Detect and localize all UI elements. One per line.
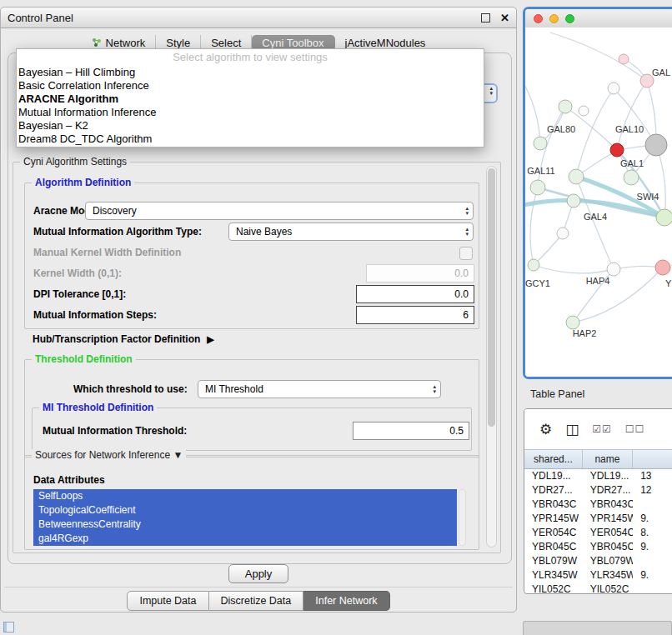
network-window-titlebar [525,9,672,28]
manual-kernel-checkbox[interactable] [459,247,473,260]
node-label: GAL4 [584,212,607,222]
network-node[interactable] [656,209,672,226]
mi-steps-field[interactable] [356,306,474,324]
network-canvas-area[interactable]: GALGAL80GAL10GAL11GAL1SWI4GAL4GCY1HAP4YH… [525,28,672,377]
network-node[interactable] [557,228,569,239]
bottom-tab-impute-data[interactable]: Impute Data [127,591,208,611]
selected-value: Naive Bayes [236,226,292,238]
collapse-arrow-icon[interactable]: ▶ [207,334,213,345]
collapsed-panel-strip[interactable] [523,621,672,635]
network-edge[interactable] [534,233,563,265]
apply-button[interactable]: Apply [228,564,288,583]
sources-title[interactable]: Sources for Network Inference ▼ [32,449,186,461]
network-node[interactable] [567,194,580,208]
close-window-icon[interactable] [534,14,543,23]
table-row[interactable]: YDL19...YDL19...13 [524,469,672,483]
network-node[interactable] [607,262,620,276]
aracne-mode-select[interactable]: Discovery ▴ ▾ [85,202,474,220]
attribute-item[interactable]: SelfLoops [33,489,457,503]
deselect-all-icon[interactable]: ☐☐ [625,423,645,435]
algorithm-option[interactable]: ARACNE Algorithm [17,92,484,106]
table-cell: YIL052C [583,582,633,594]
table-cell: YBR043C [524,498,583,512]
table-toolbar: ⚙ ◫ ☑☑ ☐☐ [524,409,672,449]
network-edge[interactable] [617,81,647,150]
network-edge[interactable] [525,78,540,143]
attribute-item[interactable]: BetweennessCentrality [33,518,457,532]
expand-arrow-icon[interactable]: ▼ [173,449,183,461]
network-node[interactable] [528,259,539,271]
hub-definition-label: Hub/Transcription Factor Definition [33,333,200,345]
group-title: Algorithm Definition [32,177,134,188]
attributes-scrollbar[interactable] [459,489,466,546]
algorithm-option[interactable]: Bayesian – Hill Climbing [17,66,484,79]
network-node[interactable] [559,100,572,113]
network-node[interactable] [655,260,670,275]
bottom-tab-discretize-data[interactable]: Discretize Data [209,591,304,611]
mi-threshold-field[interactable] [353,422,469,440]
data-attributes-label: Data Attributes [33,474,105,486]
algorithm-option[interactable]: Dream8 DC_TDC Algorithm [17,132,484,146]
table-row[interactable]: YIL052CYIL052C [524,582,672,594]
network-node[interactable] [566,316,579,329]
node-label: GAL11 [527,166,554,176]
dpi-tolerance-field[interactable] [356,285,474,303]
table-row[interactable]: YBR045CYBR045C9. [524,540,672,554]
network-node[interactable] [645,134,667,156]
node-label: GAL1 [620,158,644,168]
network-node[interactable] [579,106,589,116]
network-view-window[interactable]: GALGAL80GAL10GAL11GAL1SWI4GAL4GCY1HAP4YH… [523,7,672,379]
tab-label: Select [211,37,241,49]
network-node[interactable] [619,54,629,64]
table-cell: 9. [633,512,672,526]
network-canvas[interactable]: GALGAL80GAL10GAL11GAL1SWI4GAL4GCY1HAP4YH… [525,28,672,377]
network-edge[interactable] [534,265,614,273]
hub-definition-section[interactable]: Hub/Transcription Factor Definition ▶ [33,333,214,345]
table-row[interactable]: YER054CYER054C8. [524,526,672,540]
minimize-window-icon[interactable] [549,14,559,23]
table-row[interactable]: YPR145WYPR145W9. [524,512,672,526]
close-icon[interactable]: ✕ [500,12,509,24]
network-node[interactable] [530,180,545,195]
table-cell: YPR145W [524,512,583,526]
bottom-tab-infer-network[interactable]: Infer Network [303,591,389,611]
table-cell: YLR345W [524,568,583,582]
column-header[interactable]: shared... [524,450,583,468]
table-cell: YBR045C [583,540,633,554]
data-attributes-list[interactable]: SelfLoopsTopologicalCoefficientBetweenne… [33,489,457,546]
manual-kernel-label: Manual Kernel Width Definition [33,243,181,262]
table-row[interactable]: YDR27...YDR27...12 [524,483,672,498]
network-edge[interactable] [550,32,647,81]
attribute-item[interactable]: TopologicalCoefficient [33,503,457,518]
network-node[interactable] [569,169,584,184]
algorithm-option[interactable]: Bayesian – K2 [17,119,484,132]
threshold-definition-group: Threshold Definition Which threshold to … [24,359,479,458]
table-row[interactable]: YBL079WYBL079W [524,554,672,568]
network-node[interactable] [624,170,639,185]
attribute-item[interactable]: gal4RGexp [33,532,457,546]
algorithm-option[interactable]: Mutual Information Inference [17,106,484,119]
combobox-arrows-icon: ▴ ▾ [465,206,469,216]
network-node[interactable] [610,143,624,157]
float-panel-icon[interactable] [481,13,490,22]
column-header[interactable] [633,450,672,468]
algorithm-option[interactable]: Basic Correlation Inference [17,79,484,92]
restore-panel-icon[interactable] [3,622,14,632]
kernel-width-field[interactable] [366,264,474,282]
combobox-arrows-icon: ▴ ▾ [465,227,469,237]
threshold-select[interactable]: MI Threshold ▴ ▾ [198,380,441,398]
settings-scrollbar[interactable] [486,166,497,548]
gear-icon[interactable]: ⚙ [539,421,552,438]
scrollbar-thumb[interactable] [488,168,495,427]
select-all-icon[interactable]: ☑☑ [592,423,612,435]
columns-icon[interactable]: ◫ [565,421,579,438]
network-node[interactable] [608,82,619,94]
mi-type-select[interactable]: Naive Bayes ▴ ▾ [228,222,474,241]
column-header[interactable]: name [583,450,633,468]
network-edge[interactable] [530,188,538,265]
network-node[interactable] [534,137,547,150]
table-row[interactable]: YLR345WYLR345W9. [524,568,672,582]
maximize-window-icon[interactable] [565,14,574,23]
table-row[interactable]: YBR043CYBR043C [524,498,672,512]
tab-label: Style [166,37,190,49]
